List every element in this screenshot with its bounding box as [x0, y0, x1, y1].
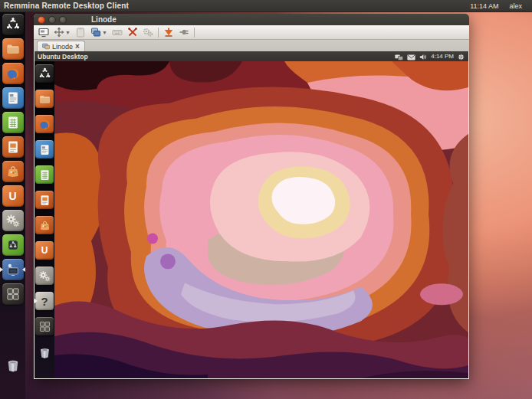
system-settings-icon: [35, 267, 54, 285]
remote-unity-launcher: U ?: [34, 61, 54, 378]
running-indicator: [0, 267, 3, 272]
calc-icon: [35, 165, 54, 184]
workspace-switcher-icon: [35, 317, 54, 335]
remote-launcher-item-firefox[interactable]: [34, 115, 54, 133]
launcher-item-system-settings[interactable]: [0, 210, 25, 231]
launcher-item-firefox[interactable]: [0, 63, 25, 84]
ubuntu-one-icon: U: [35, 241, 54, 260]
trash-icon: [2, 355, 24, 376]
firefox-icon: [35, 115, 54, 133]
ubuntu-green-app-icon: [2, 234, 24, 256]
remmina-window: Linode ▼ ▼ Linode × Ubuntu Desktop 4: [34, 14, 469, 379]
remote-launcher-item-libreoffice-writer[interactable]: [34, 140, 54, 159]
remote-wallpaper-art: [54, 61, 468, 378]
window-title: Linode: [91, 15, 117, 24]
preferences-button: [143, 27, 153, 38]
home-folder-icon: [2, 38, 24, 60]
home-folder-icon: [35, 90, 54, 108]
focused-indicator: [22, 267, 25, 272]
launcher-item-ubuntu-one[interactable]: U: [0, 185, 25, 207]
scaled-mode-caret[interactable]: ▼: [65, 30, 71, 35]
launcher-item-remmina[interactable]: [0, 259, 25, 280]
remote-launcher-item-libreoffice-impress[interactable]: [34, 191, 54, 209]
remote-launcher-item-trash[interactable]: [34, 343, 54, 361]
running-indicator: [34, 299, 38, 303]
remote-desktop-viewport[interactable]: Ubuntu Desktop 4:14 PM U ?: [34, 51, 469, 379]
toggle-fullscreen-button[interactable]: [38, 27, 49, 38]
launcher-item-trash[interactable]: [0, 355, 25, 376]
active-app-title: Remmina Remote Desktop Client: [0, 2, 129, 10]
software-center-icon: [2, 161, 24, 182]
minimize-button[interactable]: [48, 16, 56, 24]
disconnect-button[interactable]: [179, 27, 189, 38]
launcher-item-libreoffice-impress[interactable]: [0, 136, 25, 158]
firefox-icon: [2, 63, 24, 84]
user-menu[interactable]: alex: [509, 2, 522, 10]
launcher-item-software-center[interactable]: [0, 161, 25, 182]
unknown-window-icon: ?: [35, 292, 54, 310]
software-center-icon: [35, 216, 54, 234]
system-settings-icon: [2, 210, 24, 231]
minimize-to-tray-button[interactable]: [163, 27, 174, 38]
indicator-tray: 11:14 AM alex: [443, 2, 532, 10]
launcher-item-home-folder[interactable]: [0, 38, 25, 60]
writer-icon: [2, 87, 24, 109]
launcher-item-workspace-switcher[interactable]: [0, 283, 25, 305]
paste-button: [75, 27, 86, 38]
toolbar-separator: [158, 28, 159, 38]
launcher-item-dash-home[interactable]: [0, 14, 25, 35]
trash-icon: [35, 343, 54, 361]
remote-launcher-item-system-settings[interactable]: [34, 267, 54, 285]
launcher-item-libreoffice-writer[interactable]: [0, 87, 25, 109]
remote-clock-indicator[interactable]: 4:14 PM: [431, 53, 454, 60]
tab-connection-icon: [42, 43, 50, 50]
window-titlebar[interactable]: Linode: [34, 14, 469, 25]
keyboard-grab-button: [112, 27, 123, 38]
maximize-button[interactable]: [59, 16, 67, 24]
calc-icon: [2, 112, 24, 133]
ubuntu-one-letter: U: [41, 246, 48, 255]
remote-launcher-item-unknown-window[interactable]: ?: [34, 292, 54, 310]
workspace-switcher-icon: [2, 283, 24, 305]
scaled-mode-button[interactable]: ▼: [54, 27, 71, 38]
writer-icon: [35, 140, 54, 159]
remmina-icon: [2, 259, 24, 280]
tools-button[interactable]: [127, 27, 138, 38]
ubuntu-one-letter: U: [8, 191, 16, 201]
screenshot-button[interactable]: ▼: [90, 27, 107, 38]
remote-launcher-item-libreoffice-calc[interactable]: [34, 165, 54, 184]
launcher-item-ubuntu-green-app[interactable]: [0, 234, 25, 256]
close-button[interactable]: [38, 16, 45, 24]
remote-launcher-item-workspace-switcher[interactable]: [34, 317, 54, 335]
remote-launcher-item-ubuntu-one[interactable]: U: [34, 241, 54, 260]
remote-launcher-item-home-folder[interactable]: [34, 90, 54, 108]
launcher-spacer: [0, 308, 25, 355]
remote-launcher-item-dash-home[interactable]: [34, 64, 54, 83]
screenshot-caret[interactable]: ▼: [102, 30, 107, 35]
question-mark: ?: [41, 296, 48, 307]
impress-icon: [2, 136, 24, 158]
remote-desktop-body: U ?: [34, 61, 468, 378]
tab-label: Linode: [52, 43, 73, 51]
toolbar-separator: [194, 28, 195, 38]
clock-indicator[interactable]: 11:14 AM: [470, 2, 498, 10]
remote-launcher-item-software-center[interactable]: [34, 216, 54, 234]
launcher-item-libreoffice-calc[interactable]: [0, 112, 25, 133]
ubuntu-dash-icon: [2, 14, 24, 35]
ubuntu-one-icon: U: [2, 185, 24, 207]
remote-wallpaper[interactable]: [54, 61, 468, 378]
tab-linode[interactable]: Linode ×: [37, 41, 85, 51]
unity-launcher: U: [0, 12, 25, 399]
top-panel: Remmina Remote Desktop Client 11:14 AM a…: [0, 0, 532, 12]
remote-top-panel: Ubuntu Desktop 4:14 PM: [34, 51, 468, 61]
tab-close-icon[interactable]: ×: [75, 43, 80, 51]
impress-icon: [35, 191, 54, 209]
ubuntu-dash-icon: [35, 64, 54, 83]
remote-active-app-title: Ubuntu Desktop: [34, 53, 88, 61]
remmina-toolbar: ▼ ▼: [34, 25, 469, 40]
